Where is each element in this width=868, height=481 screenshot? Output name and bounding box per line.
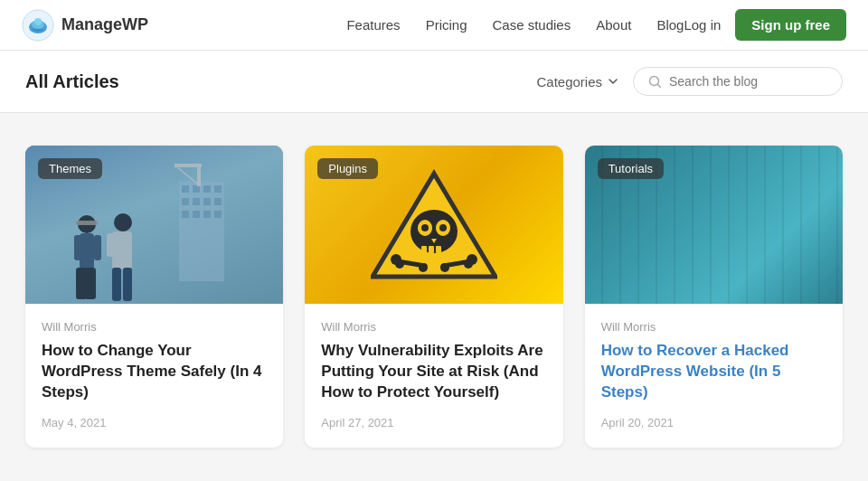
card-date-2: April 27, 2021 <box>321 416 546 429</box>
card-author-1: Will Morris <box>42 320 267 334</box>
card-date-3: April 20, 2021 <box>601 416 826 429</box>
svg-rect-31 <box>125 233 132 257</box>
blog-title: All Articles <box>25 71 119 92</box>
main-nav: ManageWP Features Pricing Case studies A… <box>0 0 868 51</box>
svg-rect-25 <box>94 235 101 260</box>
svg-rect-32 <box>112 268 121 301</box>
svg-rect-24 <box>74 235 81 260</box>
card-date-1: May 4, 2021 <box>42 416 267 429</box>
svg-rect-41 <box>429 246 434 253</box>
card-author-2: Will Morris <box>321 320 546 334</box>
article-card-1: Themes Will Morris How to Change Your Wo… <box>25 146 283 448</box>
svg-point-50 <box>440 263 449 272</box>
svg-point-35 <box>410 210 458 253</box>
svg-rect-22 <box>76 221 98 225</box>
svg-point-39 <box>439 224 447 231</box>
nav-links: Features Pricing Case studies About Blog <box>346 17 684 33</box>
svg-rect-33 <box>123 268 132 301</box>
card-image-plugins: Plugins <box>305 146 562 304</box>
svg-rect-23 <box>80 233 94 269</box>
svg-rect-16 <box>203 211 211 218</box>
nav-about[interactable]: About <box>596 17 631 33</box>
category-badge-1: Themes <box>38 158 102 179</box>
svg-point-48 <box>464 259 473 269</box>
svg-rect-42 <box>436 246 441 253</box>
svg-rect-40 <box>421 246 427 253</box>
signup-button[interactable]: Sign up free <box>735 9 846 41</box>
svg-rect-17 <box>214 211 222 218</box>
category-badge-3: Tutorials <box>598 158 664 179</box>
svg-rect-14 <box>182 211 189 218</box>
card-body-3: Will Morris How to Recover a Hacked Word… <box>585 304 843 448</box>
svg-rect-5 <box>179 182 224 281</box>
svg-line-20 <box>177 167 197 184</box>
svg-rect-13 <box>214 198 222 205</box>
search-icon <box>648 75 662 89</box>
svg-point-38 <box>421 224 429 231</box>
card-title-2: Why Vulnerability Exploits Are Putting Y… <box>321 341 546 403</box>
card-author-3: Will Morris <box>601 320 826 334</box>
svg-rect-8 <box>203 185 211 193</box>
category-badge-2: Plugins <box>317 158 378 179</box>
logo-text: ManageWP <box>61 15 148 34</box>
chevron-down-icon <box>608 76 618 87</box>
search-box <box>633 67 843 96</box>
nav-features[interactable]: Features <box>346 17 400 33</box>
svg-rect-9 <box>214 185 222 193</box>
svg-rect-19 <box>175 164 202 167</box>
card-image-tutorials: Tutorials <box>585 146 843 304</box>
svg-point-3 <box>34 18 42 25</box>
logo-icon <box>22 9 54 42</box>
blog-header: All Articles Categories <box>0 51 868 113</box>
svg-point-28 <box>114 213 132 231</box>
svg-rect-6 <box>182 185 189 193</box>
card-title-3[interactable]: How to Recover a Hacked WordPress Websit… <box>601 341 826 403</box>
nav-case-studies[interactable]: Case studies <box>492 17 571 33</box>
logo-link[interactable]: ManageWP <box>22 9 148 42</box>
articles-section: Themes Will Morris How to Change Your Wo… <box>0 113 868 480</box>
nav-pricing[interactable]: Pricing <box>426 17 467 33</box>
nav-blog[interactable]: Blog <box>656 17 684 33</box>
article-card-3: Tutorials Will Morris How to Recover a H… <box>585 146 843 448</box>
building-illustration <box>175 164 229 281</box>
svg-rect-12 <box>203 198 211 205</box>
svg-rect-27 <box>85 268 96 299</box>
card-title-1: How to Change Your WordPress Theme Safel… <box>42 341 267 403</box>
search-input[interactable] <box>669 74 827 89</box>
card-body-1: Will Morris How to Change Your WordPress… <box>25 304 283 448</box>
svg-rect-15 <box>193 211 200 218</box>
skull-warning-sign <box>371 166 497 284</box>
login-button[interactable]: Log in <box>684 17 721 33</box>
articles-grid: Themes Will Morris How to Change Your Wo… <box>25 146 843 448</box>
svg-point-49 <box>419 263 428 272</box>
svg-rect-30 <box>107 233 114 257</box>
categories-dropdown[interactable]: Categories <box>536 74 618 90</box>
svg-rect-10 <box>182 198 189 205</box>
card-body-2: Will Morris Why Vulnerability Exploits A… <box>305 304 562 448</box>
article-card-2: Plugins Will Morris Why Vulnerability Ex… <box>305 146 562 448</box>
workers-silhouette <box>61 204 152 304</box>
categories-label: Categories <box>536 74 602 90</box>
svg-point-46 <box>395 259 404 269</box>
svg-rect-7 <box>193 185 200 193</box>
card-image-themes: Themes <box>25 146 283 304</box>
svg-rect-11 <box>193 198 200 205</box>
